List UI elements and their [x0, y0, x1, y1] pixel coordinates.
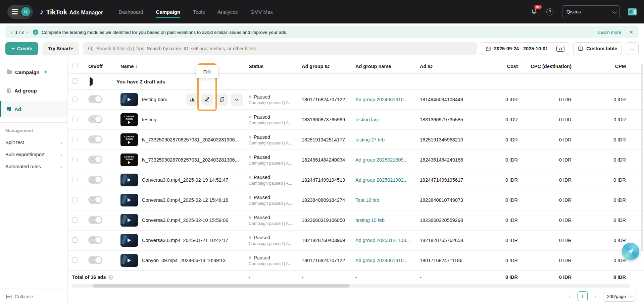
video-thumbnail[interactable]: COMING SOON: [120, 154, 138, 166]
avatar[interactable]: U: [20, 6, 31, 17]
search-bar[interactable]: [83, 42, 477, 55]
row-checkbox[interactable]: [72, 197, 78, 202]
assistant-floating-button[interactable]: [622, 243, 639, 260]
business-center-icon[interactable]: [628, 8, 637, 15]
ad-name[interactable]: testing: [142, 117, 156, 122]
sidebar-item-campaign[interactable]: Campaign ✦: [0, 64, 67, 80]
nav-campaign[interactable]: Campaign: [156, 1, 181, 23]
sidebar-item-bulk-export-import[interactable]: Bulk export/import ›: [0, 148, 67, 161]
onoff-toggle[interactable]: [88, 196, 102, 204]
video-thumbnail[interactable]: [120, 194, 138, 206]
video-thumbnail[interactable]: [120, 214, 138, 227]
ad-group-name-link[interactable]: Ad group 2025021902...: [355, 177, 408, 183]
ad-name[interactable]: Conversa3.0.mp4_2025-01-21 10:42:17: [142, 238, 228, 243]
onoff-toggle[interactable]: [88, 156, 102, 164]
sidebar-item-ad[interactable]: Ad: [0, 101, 67, 117]
onoff-toggle[interactable]: [88, 115, 102, 123]
col-onoff[interactable]: On/off: [88, 64, 120, 69]
onoff-toggle[interactable]: [88, 135, 102, 143]
more-row-actions-button[interactable]: [231, 94, 243, 106]
video-thumbnail[interactable]: [120, 234, 138, 247]
row-checkbox[interactable]: [72, 97, 78, 102]
ad-name[interactable]: lv_7332509028708257031_202403281306...: [142, 157, 239, 163]
page-size-select[interactable]: 200/page: [603, 291, 636, 302]
onoff-toggle[interactable]: [88, 256, 102, 264]
row-checkbox[interactable]: [72, 257, 78, 263]
col-cpc[interactable]: CPC (destination): [518, 64, 572, 69]
onoff-toggle[interactable]: [88, 95, 102, 103]
col-status[interactable]: Status: [249, 64, 302, 69]
view-data-button[interactable]: [186, 94, 198, 106]
video-thumbnail[interactable]: [120, 254, 138, 267]
nav-tools[interactable]: Tools: [193, 1, 205, 23]
ad-group-name-link[interactable]: Ad group 20250121103...: [355, 238, 410, 243]
search-input[interactable]: [96, 46, 472, 51]
custom-table-button[interactable]: Custom table: [573, 42, 622, 55]
ad-name[interactable]: Canyon_09.mp4_2024-06-13 10:39:13: [142, 258, 226, 263]
row-checkbox[interactable]: [72, 117, 78, 122]
row-checkbox[interactable]: [72, 78, 78, 84]
ad-group-name-link[interactable]: testing 10 feb: [355, 218, 385, 223]
help-button[interactable]: ?: [546, 8, 553, 15]
create-button[interactable]: + Create: [5, 42, 38, 55]
onoff-toggle[interactable]: [88, 236, 102, 244]
col-ad-group-name[interactable]: Ad group name: [355, 64, 420, 69]
nav-analytics[interactable]: Analytics: [217, 1, 238, 23]
ad-group-name-link[interactable]: Ad group 2024061310...: [355, 258, 408, 263]
vertical-scrollbar[interactable]: [641, 64, 643, 251]
sidebar-item-automated-rules[interactable]: Automated rules ›: [0, 161, 67, 173]
ad-group-name-link[interactable]: Ad group 2025021809...: [355, 157, 408, 163]
edit-button[interactable]: [201, 94, 213, 106]
date-range-button[interactable]: 2025-09-24 - 2025-10-01 vs: [481, 42, 569, 55]
compare-vs-icon[interactable]: vs: [556, 46, 564, 52]
ad-name[interactable]: lv_7332509028708257031_202403281306...: [142, 137, 239, 142]
try-smart-button[interactable]: Try Smart+: [42, 42, 79, 55]
row-checkbox[interactable]: [72, 137, 78, 142]
more-actions-button[interactable]: ...: [626, 42, 639, 55]
ad-group-name-link[interactable]: testing 27 feb: [355, 137, 385, 142]
sidebar-item-split-test[interactable]: Split test ›: [0, 136, 67, 148]
ad-name[interactable]: testing baru: [142, 97, 167, 102]
onoff-toggle[interactable]: [88, 216, 102, 224]
row-checkbox[interactable]: [72, 177, 78, 182]
learn-more-link[interactable]: Learn more: [598, 30, 621, 35]
notifications-button[interactable]: 9+: [531, 8, 538, 16]
ad-group-name-link[interactable]: Test 12 feb: [355, 197, 379, 203]
select-all-checkbox[interactable]: [72, 63, 78, 68]
col-ad-id[interactable]: Ad ID: [420, 64, 480, 69]
col-cpm[interactable]: CPM: [572, 64, 626, 69]
video-thumbnail[interactable]: [120, 174, 138, 186]
row-checkbox[interactable]: [72, 237, 78, 243]
ad-group-name-link[interactable]: testing lagi: [355, 117, 379, 122]
page-next-icon[interactable]: ›: [591, 293, 600, 300]
video-thumbnail[interactable]: COMING SOON: [120, 113, 138, 126]
expand-icon[interactable]: [90, 77, 93, 86]
copy-button[interactable]: [216, 94, 228, 106]
onoff-toggle[interactable]: [88, 176, 102, 184]
row-checkbox[interactable]: [72, 157, 78, 162]
video-thumbnail[interactable]: [120, 93, 138, 106]
collapse-button[interactable]: Collapse: [0, 289, 67, 304]
nav-dashboard[interactable]: Dashboard: [118, 1, 143, 23]
ad-group-name-link[interactable]: Ad group 2024061310...: [355, 97, 408, 102]
banner-next-icon[interactable]: ›: [27, 29, 28, 35]
account-selector[interactable]: Qiscus: [562, 5, 620, 18]
video-thumbnail[interactable]: COMING SOON: [120, 133, 138, 146]
row-checkbox[interactable]: [72, 217, 78, 223]
current-page[interactable]: 1: [578, 291, 588, 301]
page-prev-icon[interactable]: ‹: [565, 293, 574, 300]
sidebar-item-ad-group[interactable]: Ad group: [0, 83, 67, 98]
close-icon[interactable]: ✕: [629, 29, 633, 35]
help-icon[interactable]: ?: [108, 275, 113, 280]
col-name[interactable]: Name ↓: [120, 64, 249, 69]
sort-desc-icon[interactable]: ↓: [135, 64, 138, 69]
col-ad-group-id[interactable]: Ad group ID: [302, 64, 355, 69]
scrollbar-thumb[interactable]: [93, 284, 350, 288]
ad-name[interactable]: Conversa3.0.mp4_2025-02-19 14:52:47: [142, 177, 228, 183]
col-cost[interactable]: Cost: [480, 64, 518, 69]
nav-gmv-max[interactable]: GMV Max: [250, 1, 273, 23]
banner-prev-icon[interactable]: ‹: [11, 29, 12, 35]
menu-button[interactable]: U: [7, 5, 33, 19]
ad-name[interactable]: Conversa3.0.mp4_2025-02-12 15:48:16: [142, 197, 228, 203]
ad-name[interactable]: Conversa3.0.mp4_2025-02-10 15:59:06: [142, 218, 228, 223]
